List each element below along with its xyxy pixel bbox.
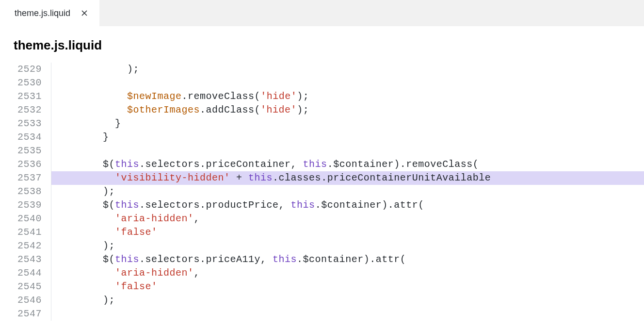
- code-line[interactable]: );: [51, 239, 644, 253]
- token: (: [255, 91, 261, 102]
- line-number: 2538: [0, 185, 42, 198]
- token: .: [182, 91, 188, 102]
- token: removeClass: [188, 91, 255, 102]
- line-number: 2535: [0, 144, 42, 158]
- token: );: [127, 64, 139, 75]
- token: );: [103, 186, 115, 197]
- close-icon[interactable]: [80, 9, 89, 17]
- token: this: [273, 254, 297, 265]
- tab-bar-empty-area: [99, 0, 644, 26]
- code-line[interactable]: [51, 76, 644, 90]
- code-line[interactable]: [51, 307, 644, 321]
- token: $otherImages: [127, 104, 200, 115]
- token: 'false': [115, 281, 158, 292]
- token: );: [103, 295, 115, 306]
- token: 'false': [115, 227, 158, 238]
- line-number: 2537: [0, 171, 42, 185]
- token: 'hide': [260, 104, 297, 115]
- token: 'hide': [260, 91, 297, 102]
- token: );: [297, 104, 309, 115]
- line-number: 2531: [0, 90, 42, 103]
- line-number: 2545: [0, 280, 42, 294]
- token: this: [291, 199, 315, 211]
- token: this: [248, 172, 273, 183]
- line-number-gutter: 2529253025312532253325342535253625372538…: [0, 63, 43, 321]
- line-number: 2542: [0, 239, 42, 253]
- line-number: 2534: [0, 131, 42, 144]
- tab-label: theme.js.liquid: [15, 8, 70, 18]
- token: .selectors.priceA11y,: [139, 254, 273, 265]
- token: this: [303, 159, 327, 170]
- token: .$container).removeClass(: [327, 159, 479, 170]
- line-number: 2532: [0, 103, 42, 117]
- code-line[interactable]: );: [51, 294, 644, 307]
- token: .$container).attr(: [297, 254, 406, 265]
- code-line[interactable]: 'aria-hidden',: [51, 266, 644, 280]
- token: this: [115, 199, 139, 211]
- line-number: 2536: [0, 158, 42, 171]
- token: }: [115, 118, 121, 129]
- code-line[interactable]: [51, 144, 644, 158]
- line-number: 2544: [0, 266, 42, 280]
- line-number: 2547: [0, 307, 42, 321]
- token: }: [103, 132, 109, 143]
- line-number: 2543: [0, 253, 42, 266]
- token: .classes.priceContainerUnitAvailable: [273, 172, 491, 183]
- token: +: [230, 172, 249, 183]
- token: .selectors.productPrice,: [139, 199, 291, 211]
- line-number: 2529: [0, 63, 42, 76]
- token: .$container).attr(: [315, 199, 424, 211]
- line-number: 2530: [0, 76, 42, 90]
- token: .: [200, 104, 206, 115]
- token: this: [115, 254, 139, 265]
- line-number: 2533: [0, 117, 42, 131]
- line-number: 2546: [0, 294, 42, 307]
- code-line[interactable]: 'false': [51, 226, 644, 239]
- file-header: theme.js.liquid: [0, 26, 644, 63]
- token: ,: [194, 213, 200, 224]
- tab-bar: theme.js.liquid: [0, 0, 644, 26]
- token: 'visibility-hidden': [115, 172, 230, 183]
- token: (: [255, 104, 261, 115]
- token: $(: [103, 199, 115, 211]
- token: addClass: [206, 104, 255, 115]
- line-number: 2539: [0, 198, 42, 212]
- line-number: 2540: [0, 212, 42, 226]
- line-number: 2541: [0, 226, 42, 239]
- token: this: [115, 159, 139, 170]
- token: );: [103, 240, 115, 251]
- token: $newImage: [127, 91, 182, 102]
- token: 'aria-hidden': [115, 213, 194, 224]
- code-line[interactable]: $(this.selectors.productPrice, this.$con…: [51, 198, 644, 212]
- code-line[interactable]: $otherImages.addClass('hide');: [51, 103, 644, 117]
- code-content[interactable]: ); $newImage.removeClass('hide'); $other…: [51, 63, 644, 321]
- token: 'aria-hidden': [115, 267, 194, 279]
- code-editor[interactable]: 2529253025312532253325342535253625372538…: [0, 63, 644, 321]
- code-line[interactable]: 'visibility-hidden' + this.classes.price…: [51, 171, 644, 185]
- tab-theme-js-liquid[interactable]: theme.js.liquid: [0, 0, 99, 26]
- code-line[interactable]: $(this.selectors.priceA11y, this.$contai…: [51, 253, 644, 266]
- code-line[interactable]: );: [51, 185, 644, 198]
- code-line[interactable]: }: [51, 117, 644, 131]
- code-line[interactable]: }: [51, 131, 644, 144]
- code-line[interactable]: );: [51, 63, 644, 76]
- fold-strip: [43, 63, 51, 321]
- code-line[interactable]: $newImage.removeClass('hide');: [51, 90, 644, 103]
- code-line[interactable]: $(this.selectors.priceContainer, this.$c…: [51, 158, 644, 171]
- file-name: theme.js.liquid: [14, 38, 102, 52]
- token: .selectors.priceContainer,: [139, 159, 303, 170]
- token: $(: [103, 159, 115, 170]
- token: ,: [194, 267, 200, 279]
- code-line[interactable]: 'aria-hidden',: [51, 212, 644, 226]
- token: $(: [103, 254, 115, 265]
- token: );: [297, 91, 309, 102]
- code-line[interactable]: 'false': [51, 280, 644, 294]
